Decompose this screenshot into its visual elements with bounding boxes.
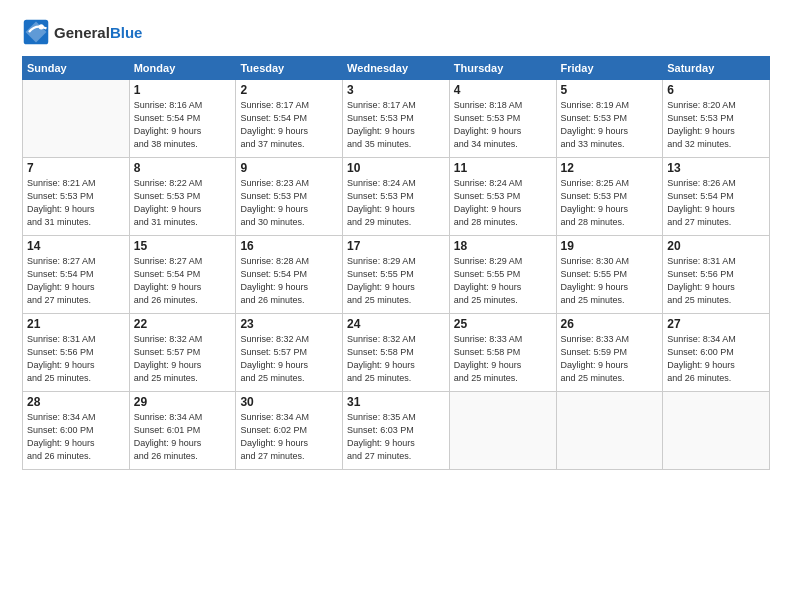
day-info: Sunrise: 8:34 AM Sunset: 6:02 PM Dayligh…: [240, 411, 338, 463]
calendar-cell: 22Sunrise: 8:32 AM Sunset: 5:57 PM Dayli…: [129, 314, 236, 392]
day-info: Sunrise: 8:22 AM Sunset: 5:53 PM Dayligh…: [134, 177, 232, 229]
weekday-header: Thursday: [449, 57, 556, 80]
day-number: 14: [27, 239, 125, 253]
day-number: 17: [347, 239, 445, 253]
calendar-cell: [449, 392, 556, 470]
calendar-week-row: 28Sunrise: 8:34 AM Sunset: 6:00 PM Dayli…: [23, 392, 770, 470]
day-number: 12: [561, 161, 659, 175]
calendar-cell: [23, 80, 130, 158]
day-number: 7: [27, 161, 125, 175]
day-number: 4: [454, 83, 552, 97]
day-number: 21: [27, 317, 125, 331]
calendar-cell: 6Sunrise: 8:20 AM Sunset: 5:53 PM Daylig…: [663, 80, 770, 158]
page: GeneralBlue SundayMondayTuesdayWednesday…: [0, 0, 792, 612]
day-info: Sunrise: 8:32 AM Sunset: 5:57 PM Dayligh…: [134, 333, 232, 385]
day-number: 26: [561, 317, 659, 331]
day-info: Sunrise: 8:16 AM Sunset: 5:54 PM Dayligh…: [134, 99, 232, 151]
day-number: 15: [134, 239, 232, 253]
day-number: 16: [240, 239, 338, 253]
day-info: Sunrise: 8:24 AM Sunset: 5:53 PM Dayligh…: [454, 177, 552, 229]
calendar-week-row: 1Sunrise: 8:16 AM Sunset: 5:54 PM Daylig…: [23, 80, 770, 158]
calendar-cell: 3Sunrise: 8:17 AM Sunset: 5:53 PM Daylig…: [343, 80, 450, 158]
day-info: Sunrise: 8:32 AM Sunset: 5:57 PM Dayligh…: [240, 333, 338, 385]
day-info: Sunrise: 8:34 AM Sunset: 6:01 PM Dayligh…: [134, 411, 232, 463]
calendar-cell: 16Sunrise: 8:28 AM Sunset: 5:54 PM Dayli…: [236, 236, 343, 314]
calendar-cell: 1Sunrise: 8:16 AM Sunset: 5:54 PM Daylig…: [129, 80, 236, 158]
logo: GeneralBlue: [22, 18, 142, 46]
day-number: 10: [347, 161, 445, 175]
calendar-week-row: 7Sunrise: 8:21 AM Sunset: 5:53 PM Daylig…: [23, 158, 770, 236]
weekday-header: Wednesday: [343, 57, 450, 80]
calendar-week-row: 21Sunrise: 8:31 AM Sunset: 5:56 PM Dayli…: [23, 314, 770, 392]
calendar-cell: 28Sunrise: 8:34 AM Sunset: 6:00 PM Dayli…: [23, 392, 130, 470]
day-info: Sunrise: 8:27 AM Sunset: 5:54 PM Dayligh…: [27, 255, 125, 307]
calendar-week-row: 14Sunrise: 8:27 AM Sunset: 5:54 PM Dayli…: [23, 236, 770, 314]
calendar-cell: 9Sunrise: 8:23 AM Sunset: 5:53 PM Daylig…: [236, 158, 343, 236]
day-number: 9: [240, 161, 338, 175]
logo-icon: [22, 18, 50, 46]
weekday-header-row: SundayMondayTuesdayWednesdayThursdayFrid…: [23, 57, 770, 80]
weekday-header: Monday: [129, 57, 236, 80]
day-number: 24: [347, 317, 445, 331]
day-info: Sunrise: 8:19 AM Sunset: 5:53 PM Dayligh…: [561, 99, 659, 151]
day-number: 23: [240, 317, 338, 331]
day-info: Sunrise: 8:24 AM Sunset: 5:53 PM Dayligh…: [347, 177, 445, 229]
day-info: Sunrise: 8:35 AM Sunset: 6:03 PM Dayligh…: [347, 411, 445, 463]
day-info: Sunrise: 8:27 AM Sunset: 5:54 PM Dayligh…: [134, 255, 232, 307]
calendar-cell: 5Sunrise: 8:19 AM Sunset: 5:53 PM Daylig…: [556, 80, 663, 158]
calendar-cell: 26Sunrise: 8:33 AM Sunset: 5:59 PM Dayli…: [556, 314, 663, 392]
day-info: Sunrise: 8:26 AM Sunset: 5:54 PM Dayligh…: [667, 177, 765, 229]
calendar-cell: 7Sunrise: 8:21 AM Sunset: 5:53 PM Daylig…: [23, 158, 130, 236]
calendar-table: SundayMondayTuesdayWednesdayThursdayFrid…: [22, 56, 770, 470]
day-info: Sunrise: 8:23 AM Sunset: 5:53 PM Dayligh…: [240, 177, 338, 229]
calendar-cell: 20Sunrise: 8:31 AM Sunset: 5:56 PM Dayli…: [663, 236, 770, 314]
day-info: Sunrise: 8:18 AM Sunset: 5:53 PM Dayligh…: [454, 99, 552, 151]
calendar-cell: 23Sunrise: 8:32 AM Sunset: 5:57 PM Dayli…: [236, 314, 343, 392]
calendar-cell: 11Sunrise: 8:24 AM Sunset: 5:53 PM Dayli…: [449, 158, 556, 236]
day-info: Sunrise: 8:29 AM Sunset: 5:55 PM Dayligh…: [454, 255, 552, 307]
logo-text: GeneralBlue: [54, 24, 142, 41]
svg-point-2: [39, 24, 44, 29]
day-number: 31: [347, 395, 445, 409]
day-info: Sunrise: 8:34 AM Sunset: 6:00 PM Dayligh…: [667, 333, 765, 385]
calendar-cell: 31Sunrise: 8:35 AM Sunset: 6:03 PM Dayli…: [343, 392, 450, 470]
calendar-cell: [556, 392, 663, 470]
calendar-cell: 10Sunrise: 8:24 AM Sunset: 5:53 PM Dayli…: [343, 158, 450, 236]
day-info: Sunrise: 8:33 AM Sunset: 5:59 PM Dayligh…: [561, 333, 659, 385]
day-info: Sunrise: 8:32 AM Sunset: 5:58 PM Dayligh…: [347, 333, 445, 385]
calendar-cell: 19Sunrise: 8:30 AM Sunset: 5:55 PM Dayli…: [556, 236, 663, 314]
calendar-cell: 8Sunrise: 8:22 AM Sunset: 5:53 PM Daylig…: [129, 158, 236, 236]
day-number: 18: [454, 239, 552, 253]
calendar-cell: 18Sunrise: 8:29 AM Sunset: 5:55 PM Dayli…: [449, 236, 556, 314]
day-number: 27: [667, 317, 765, 331]
day-info: Sunrise: 8:34 AM Sunset: 6:00 PM Dayligh…: [27, 411, 125, 463]
day-info: Sunrise: 8:21 AM Sunset: 5:53 PM Dayligh…: [27, 177, 125, 229]
day-info: Sunrise: 8:20 AM Sunset: 5:53 PM Dayligh…: [667, 99, 765, 151]
day-number: 6: [667, 83, 765, 97]
day-number: 1: [134, 83, 232, 97]
calendar-cell: 24Sunrise: 8:32 AM Sunset: 5:58 PM Dayli…: [343, 314, 450, 392]
calendar-cell: 12Sunrise: 8:25 AM Sunset: 5:53 PM Dayli…: [556, 158, 663, 236]
day-info: Sunrise: 8:17 AM Sunset: 5:54 PM Dayligh…: [240, 99, 338, 151]
day-number: 20: [667, 239, 765, 253]
day-number: 8: [134, 161, 232, 175]
calendar-cell: 25Sunrise: 8:33 AM Sunset: 5:58 PM Dayli…: [449, 314, 556, 392]
day-info: Sunrise: 8:33 AM Sunset: 5:58 PM Dayligh…: [454, 333, 552, 385]
day-number: 28: [27, 395, 125, 409]
weekday-header: Sunday: [23, 57, 130, 80]
calendar-cell: 27Sunrise: 8:34 AM Sunset: 6:00 PM Dayli…: [663, 314, 770, 392]
day-info: Sunrise: 8:25 AM Sunset: 5:53 PM Dayligh…: [561, 177, 659, 229]
calendar-cell: 15Sunrise: 8:27 AM Sunset: 5:54 PM Dayli…: [129, 236, 236, 314]
header: GeneralBlue: [22, 18, 770, 46]
day-number: 19: [561, 239, 659, 253]
day-number: 2: [240, 83, 338, 97]
calendar-cell: 30Sunrise: 8:34 AM Sunset: 6:02 PM Dayli…: [236, 392, 343, 470]
weekday-header: Saturday: [663, 57, 770, 80]
calendar-cell: 14Sunrise: 8:27 AM Sunset: 5:54 PM Dayli…: [23, 236, 130, 314]
day-info: Sunrise: 8:30 AM Sunset: 5:55 PM Dayligh…: [561, 255, 659, 307]
day-number: 3: [347, 83, 445, 97]
calendar-cell: 4Sunrise: 8:18 AM Sunset: 5:53 PM Daylig…: [449, 80, 556, 158]
day-number: 5: [561, 83, 659, 97]
calendar-cell: 13Sunrise: 8:26 AM Sunset: 5:54 PM Dayli…: [663, 158, 770, 236]
day-number: 22: [134, 317, 232, 331]
